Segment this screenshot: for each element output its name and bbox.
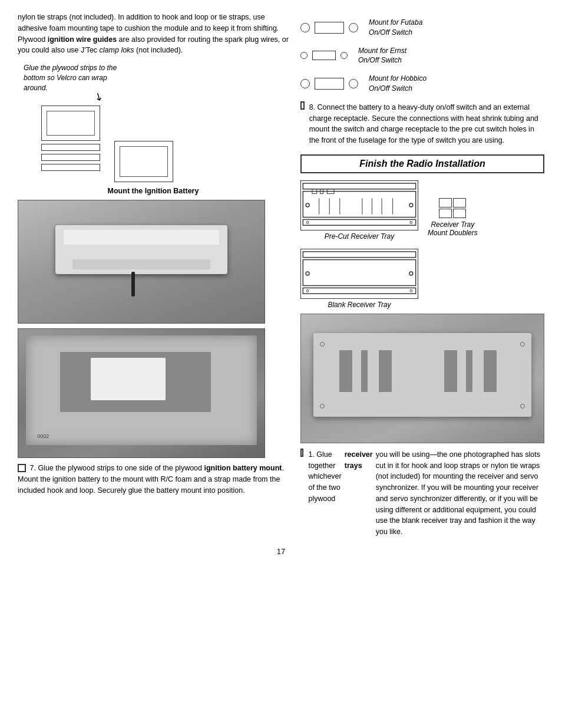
doublers-section: Receiver TrayMount Doublers — [428, 198, 478, 237]
step7-bold: ignition battery mount — [204, 464, 282, 472]
switch-label-hobbico: Mount for HobbicoOn/Off Switch — [369, 74, 427, 94]
switch-circle-right-hobbico — [349, 79, 358, 88]
tray-slot-5 — [466, 350, 472, 392]
intro-text-part3: (not included). — [134, 46, 183, 54]
plywood-diagram — [41, 106, 173, 182]
page: nylon tie straps (not included). In addi… — [0, 0, 562, 728]
battery-top — [64, 230, 219, 245]
step8-text: 8. Connect the battery to a heavy-duty o… — [300, 102, 544, 146]
tray-hole-2 — [520, 342, 525, 347]
tray-hole-3 — [320, 404, 325, 409]
switch-row-futaba: Mount for FutabaOn/Off Switch — [300, 18, 544, 38]
svg-point-22 — [306, 289, 309, 292]
switch-mounts: Mount for FutabaOn/Off Switch Mount for … — [300, 12, 544, 94]
blank-tray: Blank Receiver Tray — [300, 249, 418, 309]
plywood-left-block — [41, 106, 100, 182]
interior-photo: 0002 — [18, 328, 265, 458]
doubler-rect-4 — [453, 209, 466, 218]
tray-slot-6 — [484, 350, 497, 392]
ply-strip-1 — [41, 144, 100, 151]
switch-diagram-hobbico — [300, 78, 358, 90]
switch-circle-left-ernst — [300, 52, 308, 59]
step1-text-part1: 1. Glue together whichever of the two pl… — [308, 449, 341, 538]
switch-circle-left-hobbico — [300, 79, 310, 88]
switch-label-futaba: Mount for FutabaOn/Off Switch — [369, 18, 422, 38]
main-content: nylon tie straps (not included). In addi… — [18, 12, 544, 538]
blank-tray-svg — [300, 249, 418, 299]
svg-rect-1 — [303, 191, 415, 217]
switch-circle-left-futaba — [300, 23, 310, 32]
svg-rect-0 — [303, 183, 415, 189]
ply-block-main — [41, 106, 100, 141]
switch-circle-right-ernst — [340, 52, 348, 59]
doubler-rect-1 — [439, 198, 452, 207]
step8-text-content: 8. Connect the battery to a heavy-duty o… — [309, 102, 544, 146]
tray-slot-1 — [339, 350, 352, 392]
doublers-caption-text: Receiver TrayMount Doublers — [428, 220, 478, 237]
doublers-diagram — [439, 198, 466, 218]
plywood-caption: Glue the plywood strips to the bottom so… — [24, 63, 130, 93]
intro-text: nylon tie straps (not included). In addi… — [18, 12, 289, 56]
battery-bottom — [72, 259, 210, 269]
ply-strip-2 — [41, 154, 100, 161]
intro-bold-1: ignition wire guides — [48, 35, 117, 44]
switch-label-ernst-text: Mount for ErnstOn/Off Switch — [358, 47, 406, 65]
tray-photo-piece — [313, 333, 532, 417]
step7-text-part1: 7. Glue the plywood strips to one side o… — [29, 464, 204, 472]
tray-slot-2 — [361, 350, 368, 392]
interior-object — [91, 358, 166, 400]
switch-label-ernst: Mount for ErnstOn/Off Switch — [358, 46, 406, 66]
step7-text: 7. Glue the plywood strips to one side o… — [18, 463, 289, 496]
step1-bold: receiver trays — [345, 449, 373, 538]
ply-strip-3 — [41, 164, 100, 171]
tray-photo-sim — [301, 314, 544, 443]
switch-row-ernst: Mount for ErnstOn/Off Switch — [300, 46, 544, 66]
doubler-rect-3 — [439, 209, 452, 218]
plywood-right-block — [114, 106, 173, 182]
blank-tray-caption: Blank Receiver Tray — [300, 301, 418, 309]
switch-diagram-futaba — [300, 22, 358, 34]
receiver-tray-photo — [300, 314, 544, 443]
page-number: 17 — [18, 547, 544, 556]
right-column: Mount for FutabaOn/Off Switch Mount for … — [300, 12, 544, 538]
svg-rect-14 — [303, 219, 415, 225]
interior-label: 0002 — [37, 433, 49, 439]
switch-rect-futaba — [315, 22, 344, 34]
svg-point-15 — [306, 221, 309, 223]
ply-right-main — [114, 141, 173, 182]
switch-rect-hobbico — [315, 78, 344, 90]
trays-column: Pre-Cut Receiver Tray — [300, 180, 418, 309]
interior-photo-sim: 0002 — [18, 329, 265, 457]
battery-body — [55, 225, 228, 274]
intro-italic-1: clamp loks — [100, 46, 134, 54]
plywood-section: Glue the plywood strips to the bottom so… — [24, 63, 289, 182]
tray-slot-4 — [444, 350, 457, 392]
switch-label-futaba-text: Mount for FutabaOn/Off Switch — [369, 18, 422, 37]
svg-point-6 — [409, 203, 413, 207]
switch-circle-right-futaba — [349, 23, 358, 32]
tray-slot-3 — [379, 350, 392, 392]
step7-checkbox — [18, 464, 26, 472]
ply-right-inner — [120, 146, 168, 177]
svg-point-19 — [306, 272, 309, 275]
switch-label-hobbico-text: Mount for HobbicoOn/Off Switch — [369, 74, 427, 93]
left-column: nylon tie straps (not included). In addi… — [18, 12, 289, 538]
svg-point-23 — [410, 289, 412, 292]
interior-box: 0002 — [26, 335, 257, 444]
interior-cavity — [60, 352, 210, 412]
step1-text: 1. Glue together whichever of the two pl… — [300, 449, 544, 538]
step1-checkbox — [300, 449, 303, 457]
svg-rect-17 — [303, 252, 415, 258]
pre-cut-tray-caption: Pre-Cut Receiver Tray — [300, 232, 418, 241]
radio-installation-header: Finish the Radio Installation — [300, 154, 544, 173]
switch-diagram-ernst — [300, 51, 348, 60]
svg-point-20 — [409, 272, 413, 275]
svg-rect-21 — [303, 288, 415, 294]
receiver-trays-section: Pre-Cut Receiver Tray — [300, 180, 544, 309]
switch-row-hobbico: Mount for HobbicoOn/Off Switch — [300, 74, 544, 94]
tray-hole-4 — [520, 404, 525, 409]
doublers-caption: Receiver TrayMount Doublers — [428, 220, 478, 237]
pre-cut-tray: Pre-Cut Receiver Tray — [300, 180, 418, 241]
switch-rect-ernst — [312, 51, 336, 60]
tray-hole-1 — [320, 342, 325, 347]
